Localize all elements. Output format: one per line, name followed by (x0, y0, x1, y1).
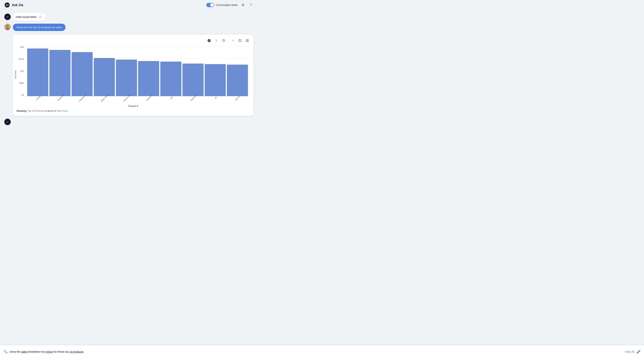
y-tick-1k: $1K (20, 70, 24, 72)
bar-toyota-mr2-rect[interactable] (182, 64, 204, 96)
x-label-bmw3series: BMW 3 Series (94, 96, 115, 103)
save-toolbar-icon[interactable] (238, 38, 242, 43)
header: ZA Ask Zia Conversation Mode ⚙ ? (0, 0, 258, 10)
bar-range-rover-rect[interactable] (72, 52, 93, 96)
conversation-mode-label: Conversation Mode (216, 4, 238, 7)
chart-card: ZA ℹ ✎ (13, 35, 253, 116)
y-tick-500: $500 (20, 82, 24, 84)
bar-gti[interactable] (160, 46, 182, 96)
svg-text:ZA: ZA (6, 16, 8, 18)
svg-text:ZA: ZA (208, 40, 210, 41)
x-axis-label: Product (128, 105, 136, 107)
x-axis-title[interactable]: Product ▾ (16, 105, 250, 107)
edit-toolbar-icon[interactable]: ✎ (230, 38, 236, 43)
x-label-corvette: Corvette (27, 96, 48, 103)
svg-rect-12 (246, 39, 247, 41)
zia-logo-icon: ZA (4, 2, 10, 8)
settings-icon[interactable]: ⚙ (240, 3, 246, 8)
svg-rect-14 (246, 41, 247, 42)
x-axis-dropdown-icon[interactable]: ▾ (137, 105, 138, 107)
svg-rect-10 (239, 39, 240, 40)
bar-bmw3series-rect[interactable] (94, 58, 115, 96)
x-label-gti: GTI (160, 96, 182, 103)
x-label-r8: R8 (205, 96, 226, 103)
x-label-volvo2c2: Volvo 2C2 (227, 96, 248, 103)
showing-sales: Sales (62, 110, 68, 112)
header-left: ZA Ask Zia (4, 2, 23, 8)
zia-avatar: ZA (4, 14, 11, 20)
y-tick-2k: $2K (20, 46, 24, 48)
bar-express3500-rect[interactable] (116, 60, 137, 96)
showing-text: Showing: Top 10 Products in terms of Tot… (16, 110, 250, 112)
svg-rect-13 (248, 39, 248, 41)
bar-volvo2c2-rect[interactable] (227, 65, 248, 96)
app-title: Ask Zia (12, 3, 23, 7)
conversation-mode-toggle[interactable] (206, 3, 214, 7)
user-avatar (4, 24, 11, 30)
y-tick-15k: $1.5K (19, 58, 24, 60)
svg-text:ZA: ZA (7, 121, 8, 123)
greeting-row: ZA Hello David Miller ▾ (4, 13, 253, 21)
bar-mazda626-rect[interactable] (49, 50, 70, 96)
showing-prefix: Showing: (16, 110, 28, 112)
conversation-mode-toggle-container[interactable]: Conversation Mode (206, 3, 238, 7)
svg-rect-11 (239, 41, 241, 42)
x-label-mazda626: Mazda 626 (49, 96, 70, 103)
user-message-bubble: Show me the top 10 products by sales (13, 24, 66, 31)
user-message-row: Show me the top 10 products by sales (4, 24, 253, 31)
toolbar-divider (228, 39, 228, 43)
bar-gti-rect[interactable] (160, 62, 182, 96)
bar-r8-rect[interactable] (205, 64, 226, 96)
svg-rect-15 (248, 41, 248, 42)
main-content: ZA Hello David Miller ▾ Show me the top … (0, 10, 258, 130)
info-toolbar-icon[interactable]: ℹ (214, 38, 219, 43)
greeting-dropdown-btn[interactable]: ▾ (38, 15, 42, 19)
bars-container (26, 46, 250, 96)
x-labels: Corvette Mazda 626 Range Rover BMW 3 Ser… (26, 96, 250, 103)
header-right: Conversation Mode ⚙ ? (206, 3, 253, 8)
bar-r8[interactable] (205, 46, 226, 96)
x-label-fleetwood: Fleetwood (138, 96, 159, 103)
x-label-toyota-mr2: Toyota MR2 (182, 96, 204, 103)
zia-toolbar-icon[interactable]: ZA (206, 38, 212, 43)
chart-toolbar: ZA ℹ ✎ (16, 38, 250, 43)
bar-corvette[interactable] (27, 46, 48, 96)
help-icon[interactable]: ? (248, 3, 253, 8)
grid-toolbar-icon[interactable] (245, 38, 250, 43)
svg-text:ZA: ZA (6, 4, 9, 7)
y-axis-label: Total Sales (14, 70, 16, 79)
chart-area: Total Sales $2K $1.5K $1K $500 $0 (16, 46, 250, 103)
user-message-text: Show me the top 10 products by sales (16, 26, 62, 29)
bar-range-rover[interactable] (72, 46, 93, 96)
bar-toyota-mr2[interactable] (182, 46, 204, 96)
showing-total: Total (56, 110, 61, 112)
bar-volvo2c2[interactable] (227, 46, 248, 96)
showing-products: Products (35, 110, 44, 112)
y-tick-0: $0 (22, 94, 24, 96)
bar-fleetwood[interactable] (138, 46, 159, 96)
greeting-bubble[interactable]: Hello David Miller ▾ (13, 13, 45, 21)
showing-middle: in terms of (45, 110, 56, 112)
bottom-zia-row: ZA (4, 119, 253, 125)
showing-top10: Top 10 (28, 110, 34, 112)
bar-express3500[interactable] (116, 46, 137, 96)
x-label-range-rover: Range Rover (72, 96, 93, 103)
y-axis: Total Sales $2K $1.5K $1K $500 $0 (16, 46, 26, 103)
x-label-express3500: Express 3500 (116, 96, 137, 103)
chart-inner: Corvette Mazda 626 Range Rover BMW 3 Ser… (26, 46, 250, 103)
zia-bottom-avatar: ZA (4, 119, 11, 125)
chart-type-toolbar-icon[interactable] (221, 38, 226, 43)
svg-point-4 (6, 25, 9, 27)
greeting-text: Hello David Miller (16, 16, 37, 19)
bar-corvette-rect[interactable] (27, 49, 48, 96)
bar-bmw3series[interactable] (94, 46, 115, 96)
bar-mazda626[interactable] (49, 46, 70, 96)
bar-fleetwood-rect[interactable] (138, 61, 159, 96)
